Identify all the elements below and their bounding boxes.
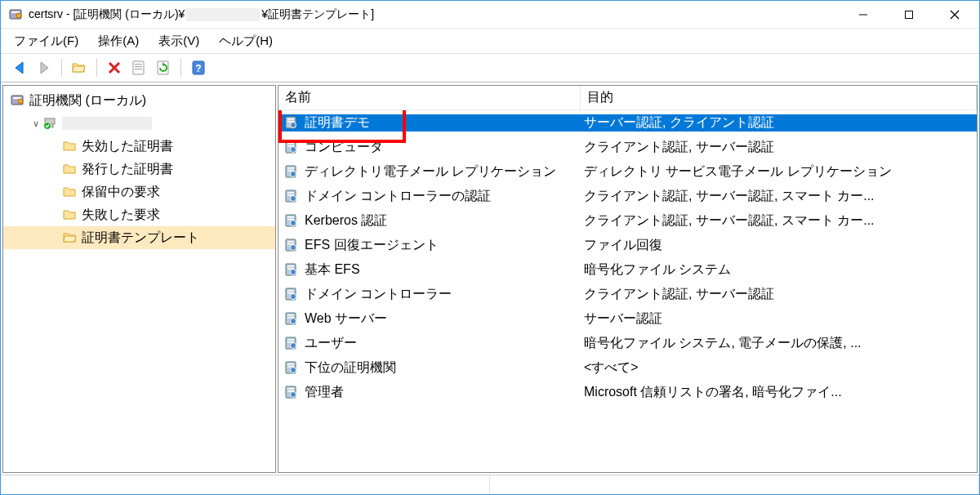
cert-template-icon <box>283 261 300 278</box>
menu-file[interactable]: ファイル(F) <box>4 30 88 52</box>
refresh-button[interactable] <box>152 56 175 79</box>
svg-rect-19 <box>135 69 142 69</box>
row-name: 証明書デモ <box>305 114 370 132</box>
list-row[interactable]: Web サーバーサーバー認証 <box>278 306 977 331</box>
list-row[interactable]: ドメイン コントローラーの認証クライアント認証, サーバー認証, スマート カー… <box>278 184 977 208</box>
cell-name: ユーザー <box>278 335 581 352</box>
tree-item-label: 証明書テンプレート <box>82 230 199 247</box>
cell-purpose: 暗号化ファイル システム, 電子メールの保護, ... <box>581 335 977 352</box>
forward-button[interactable] <box>33 56 56 79</box>
tree-item-failed[interactable]: 失敗した要求 <box>3 203 275 226</box>
server-ok-icon <box>42 115 59 132</box>
row-name: ディレクトリ電子メール レプリケーション <box>305 163 556 181</box>
show-hide-tree-button[interactable] <box>68 56 91 79</box>
svg-rect-17 <box>135 64 142 65</box>
cell-purpose: サーバー認証 <box>581 310 977 328</box>
cell-name: Kerberos 認証 <box>278 212 581 230</box>
svg-rect-16 <box>133 61 144 74</box>
row-name: Web サーバー <box>305 310 387 328</box>
cert-template-icon <box>283 384 300 400</box>
cert-template-icon <box>283 335 300 351</box>
cert-template-icon <box>283 359 300 376</box>
cell-name: コンピュータ <box>278 139 581 156</box>
cell-name: EFS 回復エージェント <box>278 237 581 254</box>
tree-item-templates[interactable]: 証明書テンプレート <box>3 226 275 249</box>
redacted-server-name <box>62 117 152 130</box>
cell-name: 管理者 <box>278 384 581 401</box>
column-header-name[interactable]: 名前 <box>278 86 581 109</box>
list-body[interactable]: 証明書デモサーバー認証, クライアント認証コンピュータクライアント認証, サーバ… <box>278 110 977 472</box>
tree-server-node[interactable]: ∨ <box>3 112 275 135</box>
cell-purpose: サーバー認証, クライアント認証 <box>581 114 977 132</box>
folder-icon <box>62 207 78 223</box>
back-button[interactable] <box>8 56 31 79</box>
content-area: 証明機関 (ローカル) ∨ 失効した証明書 発行した証明書 保留中の要求 失敗し… <box>1 82 979 475</box>
list-row[interactable]: ユーザー暗号化ファイル システム, 電子メールの保護, ... <box>278 331 977 355</box>
cell-purpose: <すべて> <box>581 359 977 377</box>
list-row[interactable]: EFS 回復エージェントファイル回復 <box>278 233 977 257</box>
cell-purpose: クライアント認証, サーバー認証, スマート カー... <box>581 188 977 205</box>
list-pane: 名前 目的 証明書デモサーバー認証, クライアント認証コンピュータクライアント認… <box>278 85 978 473</box>
disclosure-icon[interactable]: ∨ <box>29 118 42 129</box>
menu-action[interactable]: 操作(A) <box>88 30 149 52</box>
tree-item-pending[interactable]: 保留中の要求 <box>3 181 275 203</box>
cert-template-icon <box>283 163 300 180</box>
cell-name: Web サーバー <box>278 310 581 328</box>
list-row[interactable]: 管理者Microsoft 信頼リストの署名, 暗号化ファイ... <box>278 380 977 404</box>
tree-item-issued[interactable]: 発行した証明書 <box>3 158 275 181</box>
close-button[interactable] <box>932 2 978 28</box>
statusbar <box>1 475 979 494</box>
folder-open-icon <box>62 230 78 246</box>
cert-template-icon <box>283 139 300 155</box>
svg-text:?: ? <box>195 63 201 74</box>
cell-name: 証明書デモ <box>278 114 581 132</box>
folder-icon <box>62 161 78 177</box>
folder-icon <box>62 138 78 154</box>
menu-view[interactable]: 表示(V) <box>149 30 209 52</box>
row-name: コンピュータ <box>305 139 383 156</box>
cell-name: ディレクトリ電子メール レプリケーション <box>278 163 581 181</box>
column-header-purpose[interactable]: 目的 <box>581 86 977 109</box>
delete-button[interactable] <box>103 56 126 79</box>
window-titlebar: certsrv - [証明機関 (ローカル)¥ ¥証明書テンプレート] <box>1 1 979 29</box>
minimize-button[interactable] <box>840 2 886 28</box>
maximize-button[interactable] <box>886 2 932 28</box>
menu-help[interactable]: ヘルプ(H) <box>209 30 283 52</box>
cert-template-icon <box>283 310 300 327</box>
row-name: 基本 EFS <box>305 261 360 279</box>
tree-pane[interactable]: 証明機関 (ローカル) ∨ 失効した証明書 発行した証明書 保留中の要求 失敗し… <box>2 85 276 473</box>
tree-item-label: 失敗した要求 <box>82 207 160 224</box>
cell-purpose: Microsoft 信頼リストの署名, 暗号化ファイ... <box>581 384 977 401</box>
cert-template-icon <box>283 237 300 253</box>
folder-icon <box>62 184 78 200</box>
list-row[interactable]: 証明書デモサーバー認証, クライアント認証 <box>278 110 977 135</box>
row-name: ドメイン コントローラー <box>305 286 452 303</box>
row-name: ドメイン コントローラーの認証 <box>305 188 491 205</box>
list-row[interactable]: コンピュータクライアント認証, サーバー認証 <box>278 135 977 159</box>
tree-item-revoked[interactable]: 失効した証明書 <box>3 135 275 158</box>
cert-template-icon <box>283 212 300 229</box>
list-row[interactable]: Kerberos 認証クライアント認証, サーバー認証, スマート カー... <box>278 208 977 233</box>
row-name: 管理者 <box>305 384 344 401</box>
ca-icon <box>10 92 26 109</box>
tree-item-label: 失効した証明書 <box>82 138 173 155</box>
row-name: EFS 回復エージェント <box>305 237 439 254</box>
list-row[interactable]: 基本 EFS暗号化ファイル システム <box>278 257 977 282</box>
tree-root-label: 証明機関 (ローカル) <box>29 92 146 109</box>
tree-root[interactable]: 証明機関 (ローカル) <box>3 89 275 112</box>
svg-rect-18 <box>135 66 142 67</box>
list-row[interactable]: 下位の証明機関<すべて> <box>278 355 977 380</box>
cert-template-icon <box>283 114 300 131</box>
list-row[interactable]: ディレクトリ電子メール レプリケーションディレクトリ サービス電子メール レプリ… <box>278 159 977 184</box>
cell-purpose: ファイル回復 <box>581 237 977 254</box>
cell-purpose: 暗号化ファイル システム <box>581 261 977 279</box>
cert-template-icon <box>283 188 300 204</box>
list-row[interactable]: ドメイン コントローラークライアント認証, サーバー認証 <box>278 282 977 306</box>
cell-purpose: クライアント認証, サーバー認証, スマート カー... <box>581 212 977 230</box>
properties-button[interactable] <box>127 56 150 79</box>
svg-rect-11 <box>906 11 913 18</box>
cell-name: 下位の証明機関 <box>278 359 581 377</box>
help-button[interactable]: ? <box>187 56 210 79</box>
cell-name: ドメイン コントローラー <box>278 286 581 303</box>
toolbar: ? <box>1 53 979 82</box>
